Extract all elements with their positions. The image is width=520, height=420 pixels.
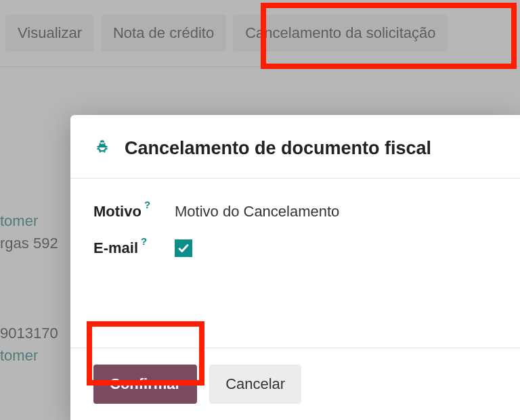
reason-input[interactable]: Motivo do Cancelamento xyxy=(175,203,339,220)
email-row: E-mail ? xyxy=(93,239,497,257)
modal-header: Cancelamento de documento fiscal xyxy=(70,115,520,179)
email-checkbox[interactable] xyxy=(175,239,192,257)
confirm-button[interactable]: Confirmar xyxy=(93,365,197,404)
help-icon[interactable]: ? xyxy=(141,235,147,247)
cancel-fiscal-document-modal: Cancelamento de documento fiscal Motivo … xyxy=(70,115,520,420)
reason-label-text: Motivo xyxy=(93,203,142,220)
modal-body: Motivo ? Motivo do Cancelamento E-mail ? xyxy=(70,179,520,348)
email-label-text: E-mail xyxy=(93,239,138,257)
cancel-button[interactable]: Cancelar xyxy=(209,365,301,404)
bug-icon xyxy=(93,139,111,159)
help-icon[interactable]: ? xyxy=(144,199,150,210)
reason-label: Motivo ? xyxy=(93,203,175,220)
modal-title: Cancelamento de documento fiscal xyxy=(125,138,431,159)
email-label: E-mail ? xyxy=(93,239,175,257)
reason-row: Motivo ? Motivo do Cancelamento xyxy=(93,203,497,220)
modal-footer: Confirmar Cancelar xyxy=(70,348,520,420)
